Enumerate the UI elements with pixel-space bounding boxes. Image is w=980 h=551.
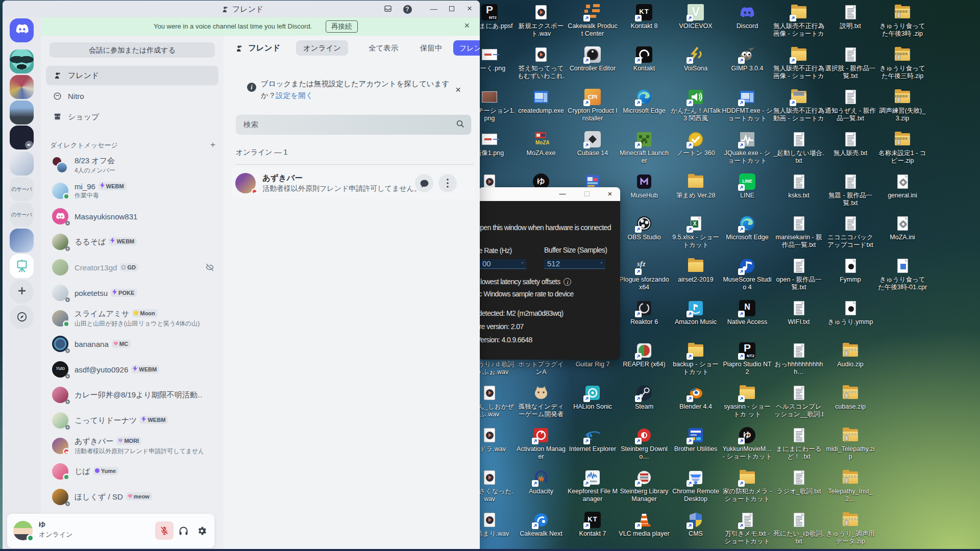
svg-text:MoZA: MoZA [535,140,549,145]
